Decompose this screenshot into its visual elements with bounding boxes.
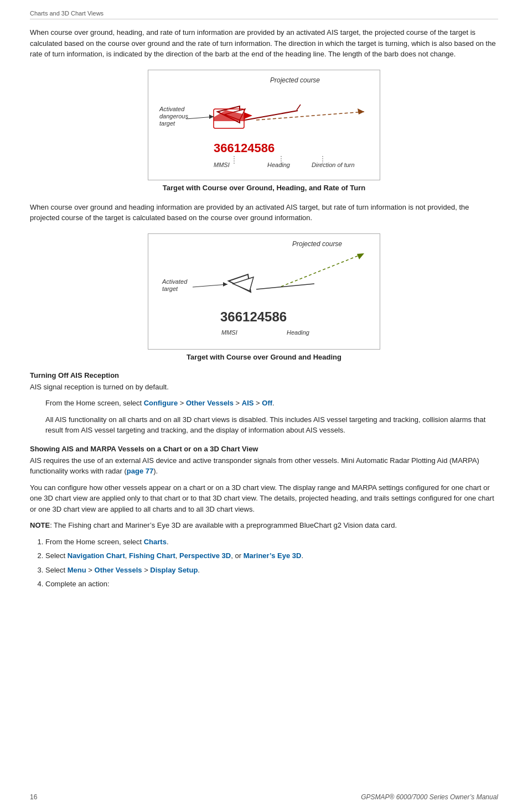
fishing-chart-link[interactable]: Fishing Chart [129, 551, 175, 560]
section1-indent2: All AIS functionality on all charts and … [45, 414, 498, 436]
section1-indent1-prefix: From the Home screen, select [45, 399, 144, 407]
footer-page-number: 16 [30, 793, 37, 801]
svg-marker-24 [357, 253, 364, 259]
figure2-caption: Target with Course over Ground and Headi… [187, 353, 341, 361]
section2-para2: You can configure how other vessels appe… [30, 482, 498, 515]
list-item2-sep2: , [175, 551, 179, 560]
note-text: : The Fishing chart and Mariner’s Eye 3D… [50, 521, 397, 529]
svg-text:Activated: Activated [162, 278, 188, 285]
intro-paragraph-2: When course over ground and heading info… [30, 202, 498, 223]
intro-paragraph-1: When course over ground, heading, and ra… [30, 27, 498, 60]
svg-marker-14 [209, 114, 214, 119]
svg-line-25 [256, 284, 314, 289]
list-item3-sep2: > [142, 566, 151, 574]
ais-link[interactable]: AIS [242, 399, 254, 407]
end1: . [272, 399, 275, 407]
svg-marker-31 [223, 282, 227, 287]
figure1-diagram: Projected course Activated dangerous tar… [148, 70, 380, 180]
section1-indent1-text: From the Home screen, select Configure >… [45, 398, 498, 409]
sep2: > [234, 399, 242, 407]
perspective3d-link[interactable]: Perspective 3D [179, 551, 231, 560]
svg-text:366124586: 366124586 [220, 309, 287, 324]
section2-heading: Showing AIS and MARPA Vessels on a Chart… [30, 445, 498, 453]
footer-title: GPSMAP® 6000/7000 Series Owner’s Manual [361, 793, 498, 801]
other-vessels-link[interactable]: Other Vessels [186, 399, 234, 407]
charts-link[interactable]: Charts [144, 538, 167, 546]
note-label: NOTE [30, 521, 50, 529]
section2-para1: AIS requires the use of an external AIS … [30, 455, 498, 477]
svg-line-4 [297, 105, 301, 110]
svg-text:Projected course: Projected course [292, 240, 342, 248]
list-item2-end: . [301, 551, 303, 560]
svg-text:Heading: Heading [267, 162, 291, 168]
menu-link[interactable]: Menu [68, 566, 86, 574]
section2-para1-end: ). [153, 467, 158, 475]
figure2-diagram: Projected course Activated target 366124… [148, 233, 380, 350]
sep1: > [178, 399, 186, 407]
section2-note: NOTE: The Fishing chart and Mariner’s Ey… [30, 520, 498, 531]
list-item1-prefix: From the Home screen, select [45, 538, 144, 546]
svg-text:dangerous: dangerous [159, 113, 188, 119]
svg-text:Activated: Activated [159, 106, 185, 112]
figure1-caption: Target with Course over Ground, Heading,… [163, 184, 365, 192]
page-footer: 16 GPSMAP® 6000/7000 Series Owner’s Manu… [30, 793, 498, 801]
svg-text:target: target [159, 120, 175, 127]
svg-text:MMSI: MMSI [221, 329, 237, 336]
section1-indent1: From the Home screen, select Configure >… [45, 398, 498, 409]
svg-text:target: target [162, 285, 178, 292]
svg-line-3 [245, 111, 298, 120]
figure1-container: Projected course Activated dangerous tar… [148, 70, 380, 192]
configure-link[interactable]: Configure [144, 399, 178, 407]
section1-indent2-text: All AIS functionality on all charts and … [45, 414, 498, 436]
svg-text:Heading: Heading [287, 329, 310, 336]
svg-text:MMSI: MMSI [214, 162, 230, 168]
section1-para1: AIS signal reception is turned on by def… [30, 382, 498, 393]
list-item-4: Complete an action: [45, 579, 498, 590]
svg-text:Projected course: Projected course [270, 76, 320, 84]
svg-line-30 [193, 284, 227, 287]
instruction-list: From the Home screen, select Charts. Sel… [45, 537, 498, 590]
section2-para1-prefix: AIS requires the use of an external AIS … [30, 456, 479, 476]
svg-line-1 [256, 112, 364, 120]
list-item3-prefix: Select [45, 566, 68, 574]
list-item3-sep1: > [86, 566, 95, 574]
list-item-2: Select Navigation Chart, Fishing Chart, … [45, 550, 498, 561]
figure2-container: Projected course Activated target 366124… [148, 233, 380, 361]
page77-link[interactable]: page 77 [127, 467, 153, 475]
list-item1-end: . [167, 538, 169, 546]
svg-text:Direction of turn: Direction of turn [312, 162, 355, 168]
page-header-text: Charts and 3D Chart Views [30, 10, 103, 17]
mariners-eye-link[interactable]: Mariner’s Eye 3D [244, 551, 302, 560]
list-item2-sep3: , or [231, 551, 243, 560]
navigation-chart-link[interactable]: Navigation Chart [68, 551, 125, 560]
list-item2-sep1: , [125, 551, 129, 560]
sep3: > [253, 399, 262, 407]
svg-text:366124586: 366124586 [214, 141, 275, 155]
display-setup-link[interactable]: Display Setup [150, 566, 198, 574]
other-vessels-link2[interactable]: Other Vessels [95, 566, 142, 574]
section1-heading: Turning Off AIS Reception [30, 371, 498, 379]
list-item2-prefix: Select [45, 551, 68, 560]
figure2-svg: Projected course Activated target 366124… [148, 234, 380, 350]
list-item3-end: . [198, 566, 200, 574]
list-item-3: Select Menu > Other Vessels > Display Se… [45, 565, 498, 576]
page-header: Charts and 3D Chart Views [30, 10, 498, 19]
list-item-1: From the Home screen, select Charts. [45, 537, 498, 548]
svg-line-23 [281, 253, 364, 287]
figure1-svg: Projected course Activated dangerous tar… [148, 70, 380, 180]
svg-marker-2 [358, 108, 364, 114]
svg-marker-9 [244, 112, 252, 119]
off-link[interactable]: Off [262, 399, 272, 407]
